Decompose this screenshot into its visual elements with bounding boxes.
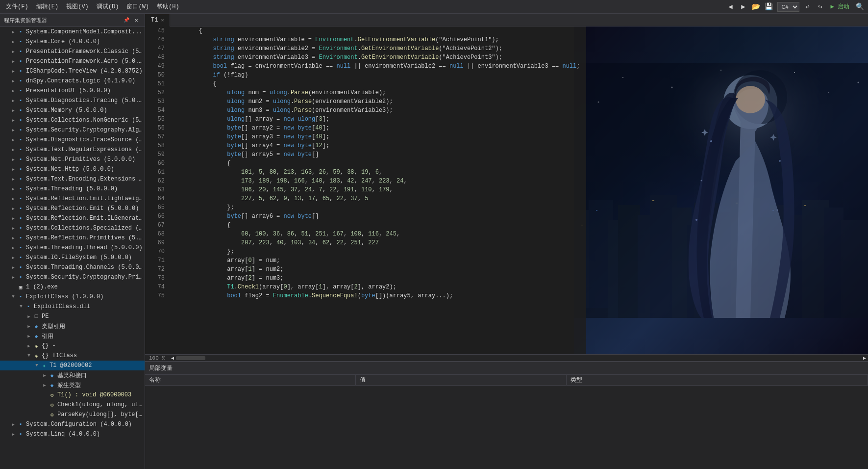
tree-item[interactable]: ▶◆类型引用 <box>0 321 145 331</box>
tree-item[interactable]: ▶▪System.Memory (5.0.0.0) <box>0 105 145 115</box>
toolbar-undo-icon[interactable]: ↩ <box>802 1 814 13</box>
hscroll-track[interactable] <box>176 356 861 360</box>
tree-item[interactable]: ▶▪System.Security.Cryptography.Primit... <box>0 272 145 282</box>
tree-expand-icon[interactable]: ▶ <box>25 324 32 329</box>
assembly-tree[interactable]: ▶▪System.ComponentModel.Composit...▶▪Sys… <box>0 27 145 469</box>
tree-item[interactable]: ▶▪System.Net.Primitives (5.0.0.0) <box>0 155 145 164</box>
tree-expand-icon[interactable]: ▶ <box>10 216 17 221</box>
tree-expand-icon[interactable]: ▶ <box>10 29 17 35</box>
tree-item[interactable]: ▶▪System.Diagnostics.Tracing (5.0.0.0) <box>0 96 145 105</box>
tree-expand-icon[interactable]: ▶ <box>10 255 17 261</box>
toolbar-redo-icon[interactable]: ↪ <box>815 1 826 13</box>
tree-item[interactable]: ▶□PE <box>0 312 145 321</box>
tree-expand-icon[interactable]: ▶ <box>25 314 32 319</box>
tree-expand-icon[interactable]: ▶ <box>10 206 17 211</box>
tree-expand-icon[interactable]: ▶ <box>25 334 32 339</box>
tree-item[interactable]: ▶▪System.Threading.Thread (5.0.0.0) <box>0 243 145 253</box>
code-scroll-area[interactable]: 45 {46 string environmentVariable = Envi… <box>145 26 586 354</box>
tree-item[interactable]: ▶▪System.Reflection.Primitives (5.0.0...… <box>0 233 145 243</box>
tree-expand-icon[interactable]: ▶ <box>10 69 17 74</box>
tree-item[interactable]: ▶▪System.Text.RegularExpressions (5.0... <box>0 145 145 155</box>
tree-expand-icon[interactable]: ▶ <box>25 343 32 349</box>
tree-item[interactable]: ▶▪System.Reflection.Emit (5.0.0.0) <box>0 204 145 213</box>
tree-item[interactable]: ▶▪System.Threading.Channels (5.0.0.0) <box>0 262 145 272</box>
tree-expand-icon[interactable]: ▶ <box>10 157 17 162</box>
panel-close-icon[interactable]: ✕ <box>132 16 141 25</box>
tree-item[interactable]: ⚙Check1(ulong, ulong, ul... <box>0 400 145 410</box>
tree-expand-icon[interactable]: ▶ <box>10 275 17 280</box>
tab-t1[interactable]: T1 ✕ <box>145 14 170 26</box>
tree-expand-icon[interactable]: ▶ <box>10 49 17 54</box>
tree-item[interactable]: ▣1 (2).exe <box>0 282 145 292</box>
tree-expand-icon[interactable]: ▼ <box>18 304 25 309</box>
menu-window[interactable]: 窗口(W) <box>123 0 153 13</box>
menu-file[interactable]: 文件(F) <box>2 0 32 13</box>
tree-item[interactable]: ▶◈{} - <box>0 341 145 351</box>
tree-item[interactable]: ▶▪System.Net.Http (5.0.0.0) <box>0 164 145 174</box>
menu-help[interactable]: 帮助(H) <box>153 0 183 13</box>
tree-item[interactable]: ▶▪System.Diagnostics.TraceSource (5.0... <box>0 135 145 145</box>
tree-item[interactable]: ▶▪System.Linq (4.0.0.0) <box>0 429 145 439</box>
tree-expand-icon[interactable]: ▶ <box>10 226 17 231</box>
tree-expand-icon[interactable]: ▶ <box>10 88 17 94</box>
tree-expand-icon[interactable]: ▶ <box>10 98 17 104</box>
tab-t1-close[interactable]: ✕ <box>161 17 164 23</box>
toolbar-save-icon[interactable]: 💾 <box>763 1 775 13</box>
tree-item[interactable]: ▶▪System.Threading (5.0.0.0) <box>0 184 145 194</box>
tree-expand-icon[interactable]: ▶ <box>10 137 17 143</box>
tree-expand-icon[interactable]: ▶ <box>10 177 17 182</box>
tree-expand-icon[interactable]: ▶ <box>10 78 17 84</box>
tree-item[interactable]: ▶▪PresentationUI (5.0.0.0) <box>0 86 145 96</box>
tree-expand-icon[interactable]: ▶ <box>10 245 17 251</box>
tree-item[interactable]: ▶▪System.Reflection.Emit.ILGeneration... <box>0 213 145 223</box>
tree-expand-icon[interactable]: ▶ <box>10 59 17 64</box>
tree-expand-icon[interactable]: ▶ <box>41 373 48 378</box>
scroll-right-icon[interactable]: ▶ <box>861 355 868 362</box>
tree-item[interactable]: ▶▪System.IO.FileSystem (5.0.0.0) <box>0 253 145 262</box>
tree-expand-icon[interactable]: ▶ <box>10 186 17 192</box>
tree-expand-icon[interactable]: ▶ <box>41 383 48 388</box>
tree-item[interactable]: ▶▪ICSharpCode.TreeView (4.2.0.8752) <box>0 66 145 76</box>
search-icon[interactable]: 🔍 <box>854 1 866 13</box>
tree-item[interactable]: ▶▪System.Text.Encoding.Extensions (5.... <box>0 174 145 184</box>
tree-item[interactable]: ▼▪ExploitClass.dll <box>0 302 145 312</box>
code-editor[interactable]: 45 {46 string environmentVariable = Envi… <box>145 26 868 354</box>
tree-item[interactable]: ▶▪System.Collections.NonGeneric (5.0... <box>0 115 145 125</box>
tree-expand-icon[interactable]: ▶ <box>10 235 17 241</box>
tree-item[interactable]: ▶▪System.Collections.Specialized (5.0...… <box>0 223 145 233</box>
tree-expand-icon[interactable]: ▶ <box>10 265 17 270</box>
tree-expand-icon[interactable]: ▶ <box>10 39 17 45</box>
tree-item[interactable]: ⚙ParseKey(ulong[], byte[... <box>0 410 145 419</box>
tree-item[interactable]: ▼◈{} T1Class <box>0 351 145 361</box>
tree-item[interactable]: ▶▪PresentationFramework.Classic (5.0.0..… <box>0 47 145 56</box>
tree-expand-icon[interactable]: ▼ <box>33 363 40 368</box>
tree-item[interactable]: ⚙T1() : void @06000003 <box>0 390 145 400</box>
menu-view[interactable]: 视图(V) <box>62 0 93 13</box>
language-selector[interactable]: C# IL <box>777 2 799 12</box>
tree-expand-icon[interactable]: ▶ <box>10 422 17 427</box>
scroll-left-icon[interactable]: ◀ <box>169 355 176 362</box>
tree-expand-icon[interactable]: ▶ <box>10 196 17 202</box>
tree-item[interactable]: ▼✦T1 @02000002 <box>0 361 145 370</box>
tree-expand-icon[interactable]: ▶ <box>10 128 17 133</box>
tree-item[interactable]: ▶▪dnSpy.Contracts.Logic (6.1.9.0) <box>0 76 145 86</box>
panel-pin-icon[interactable]: 📌 <box>122 16 131 25</box>
tree-expand-icon[interactable]: ▶ <box>10 118 17 123</box>
tree-expand-icon[interactable]: ▶ <box>10 108 17 113</box>
tree-expand-icon[interactable]: ▼ <box>25 353 32 358</box>
code-hscrollbar[interactable]: 100 % ◀ ▶ <box>145 354 868 361</box>
toolbar-forward-icon[interactable]: ▶ <box>738 1 749 13</box>
tree-item[interactable]: ▶▪PresentationFramework.Aero (5.0.0... <box>0 56 145 66</box>
tree-item[interactable]: ▶▪System.Reflection.Emit.Lightweight (..… <box>0 194 145 204</box>
toolbar-back-icon[interactable]: ◀ <box>725 1 737 13</box>
tree-item[interactable]: ▶▪System.ComponentModel.Composit... <box>0 27 145 37</box>
hscroll-thumb[interactable] <box>176 356 205 360</box>
tree-expand-icon[interactable]: ▶ <box>10 147 17 153</box>
tree-expand-icon[interactable]: ▶ <box>10 167 17 172</box>
tree-item[interactable]: ▶◆基类和接口 <box>0 370 145 380</box>
tree-item[interactable]: ▼▪ExploitClass (1.0.0.0) <box>0 292 145 302</box>
tree-item[interactable]: ▶▪System.Configuration (4.0.0.0) <box>0 419 145 429</box>
tree-item[interactable]: ▶◆引用 <box>0 331 145 341</box>
toolbar-open-icon[interactable]: 📂 <box>750 1 762 13</box>
tree-item[interactable]: ▶▪System.Core (4.0.0.0) <box>0 37 145 47</box>
